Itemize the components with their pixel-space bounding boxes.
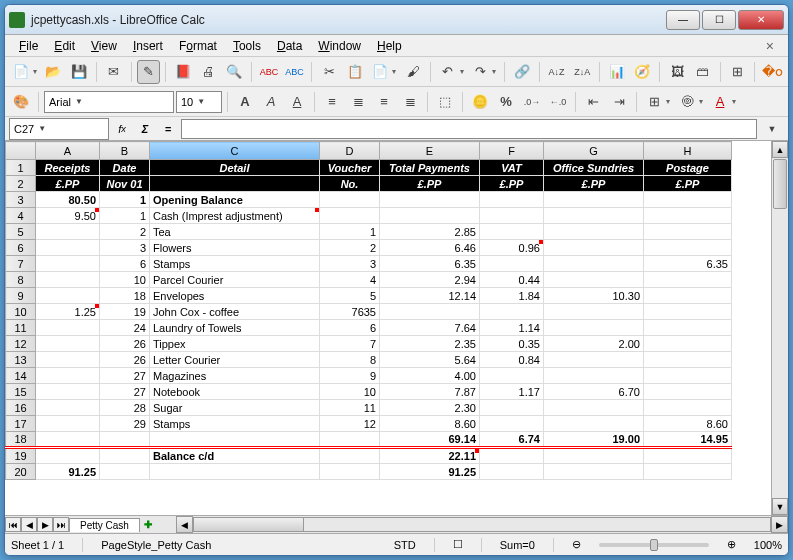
menu-view[interactable]: View (85, 37, 123, 55)
table-header[interactable]: £.PP (380, 176, 480, 192)
cell[interactable] (644, 368, 732, 384)
cell[interactable]: 7 (320, 336, 380, 352)
cell[interactable]: 1 (100, 208, 150, 224)
cell[interactable] (544, 352, 644, 368)
cell[interactable] (36, 384, 100, 400)
cell[interactable]: 6.70 (544, 384, 644, 400)
dropdown-icon[interactable]: ▾ (699, 97, 703, 106)
save-icon[interactable]: 💾 (67, 60, 91, 84)
dropdown-icon[interactable]: ▾ (732, 97, 736, 106)
table-header[interactable]: £.PP (644, 176, 732, 192)
cell[interactable]: 26 (100, 352, 150, 368)
row-header[interactable]: 14 (6, 368, 36, 384)
cell[interactable]: 4.00 (380, 368, 480, 384)
zoom-level[interactable]: 100% (754, 539, 782, 551)
cell[interactable] (544, 224, 644, 240)
scroll-right-icon[interactable]: ▶ (771, 516, 788, 533)
cell[interactable]: Tea (150, 224, 320, 240)
cell[interactable]: 6.74 (480, 432, 544, 448)
cell[interactable] (150, 464, 320, 480)
cell[interactable]: Magazines (150, 368, 320, 384)
cell[interactable]: 91.25 (36, 464, 100, 480)
table-header[interactable]: No. (320, 176, 380, 192)
font-name-combo[interactable]: Arial▼ (44, 91, 174, 113)
hyperlink-icon[interactable]: 🔗 (510, 60, 534, 84)
cell[interactable]: Tippex (150, 336, 320, 352)
cell[interactable] (644, 400, 732, 416)
table-header[interactable]: VAT (480, 160, 544, 176)
cell[interactable]: Envelopes (150, 288, 320, 304)
datasources-icon[interactable]: 🗃 (691, 60, 715, 84)
new-dropdown-icon[interactable]: ▾ (33, 67, 37, 76)
cell[interactable] (644, 448, 732, 464)
cell[interactable]: 3 (320, 256, 380, 272)
cell[interactable] (36, 272, 100, 288)
cell[interactable]: Cash (Imprest adjustment) (150, 208, 320, 224)
spellcheck-icon[interactable]: ABC (257, 60, 281, 84)
fontcolor-icon[interactable]: A (708, 90, 732, 114)
zoom-in-icon[interactable]: ⊕ (727, 538, 736, 551)
gallery-icon[interactable]: 🖼 (665, 60, 689, 84)
cell[interactable]: Parcel Courier (150, 272, 320, 288)
tab-next-icon[interactable]: ▶ (37, 517, 53, 532)
table-header[interactable]: Postage (644, 160, 732, 176)
close-button[interactable]: ✕ (738, 10, 784, 30)
cell[interactable] (644, 224, 732, 240)
row-header[interactable]: 7 (6, 256, 36, 272)
cell[interactable] (480, 464, 544, 480)
status-pagestyle[interactable]: PageStyle_Petty Cash (101, 539, 211, 551)
scroll-thumb[interactable] (773, 159, 787, 209)
cell[interactable] (36, 288, 100, 304)
cell[interactable] (644, 336, 732, 352)
function-icon[interactable]: = (158, 119, 178, 139)
cell[interactable]: 27 (100, 384, 150, 400)
cell[interactable]: 1.25 (36, 304, 100, 320)
cell[interactable] (150, 432, 320, 448)
chart-icon[interactable]: 📊 (605, 60, 629, 84)
cell[interactable] (644, 464, 732, 480)
cell[interactable] (36, 240, 100, 256)
row-header[interactable]: 1 (6, 160, 36, 176)
cell[interactable]: 0.84 (480, 352, 544, 368)
cell[interactable]: 27 (100, 368, 150, 384)
table-header[interactable]: Total Payments (380, 160, 480, 176)
cell[interactable]: 1.17 (480, 384, 544, 400)
cell[interactable] (544, 416, 644, 432)
cell[interactable]: 6.46 (380, 240, 480, 256)
cell[interactable]: 29 (100, 416, 150, 432)
cell[interactable] (644, 304, 732, 320)
cell[interactable] (36, 448, 100, 464)
cell[interactable]: 10 (100, 272, 150, 288)
percent-icon[interactable]: % (494, 90, 518, 114)
cell[interactable]: 3 (100, 240, 150, 256)
table-header[interactable]: Date (100, 160, 150, 176)
cell[interactable] (320, 464, 380, 480)
tab-first-icon[interactable]: ⏮ (5, 517, 21, 532)
cell[interactable]: Stamps (150, 256, 320, 272)
row-header[interactable]: 11 (6, 320, 36, 336)
cell[interactable] (480, 448, 544, 464)
cell[interactable]: Notebook (150, 384, 320, 400)
cell[interactable] (644, 352, 732, 368)
cell[interactable] (380, 208, 480, 224)
maximize-button[interactable]: ☐ (702, 10, 736, 30)
sort-desc-icon[interactable]: Z↓A (570, 60, 594, 84)
tab-prev-icon[interactable]: ◀ (21, 517, 37, 532)
table-header[interactable]: Nov 01 (100, 176, 150, 192)
cell[interactable]: 7.64 (380, 320, 480, 336)
add-sheet-icon[interactable]: ✚ (140, 519, 156, 530)
cell[interactable] (36, 368, 100, 384)
cell[interactable] (480, 400, 544, 416)
cell[interactable] (36, 224, 100, 240)
paste-icon[interactable]: 📄 (369, 60, 393, 84)
cell[interactable]: 8 (320, 352, 380, 368)
cell[interactable] (36, 320, 100, 336)
row-header[interactable]: 5 (6, 224, 36, 240)
sheet-tab[interactable]: Petty Cash (69, 518, 140, 532)
cell[interactable] (480, 208, 544, 224)
cell[interactable]: 11 (320, 400, 380, 416)
cell[interactable]: 2.35 (380, 336, 480, 352)
table-header[interactable]: £.PP (480, 176, 544, 192)
format-paintbrush-icon[interactable]: 🖌 (401, 60, 425, 84)
status-sum[interactable]: Sum=0 (500, 539, 535, 551)
